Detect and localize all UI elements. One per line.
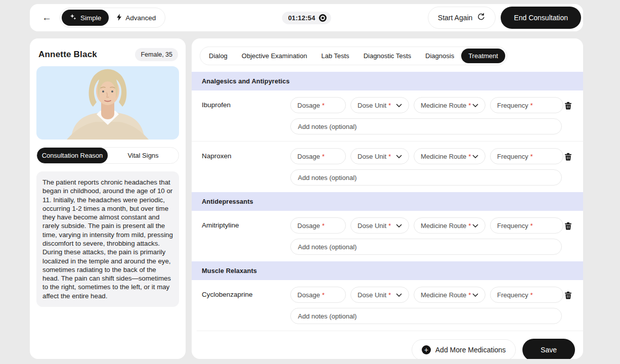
medicine-route-select[interactable]: Medicine Route* — [414, 217, 485, 234]
medication-row: Ibuprofen Dosage* Dose Unit* Medicine Ro… — [192, 90, 583, 142]
back-button[interactable]: ← — [37, 9, 57, 26]
medicine-route-select[interactable]: Medicine Route* — [414, 148, 485, 164]
chevron-down-icon — [396, 224, 402, 228]
mode-toggle: Simple Advanced — [60, 8, 165, 28]
dose-unit-select[interactable]: Dose Unit* — [350, 148, 409, 164]
lightning-bolt-icon — [116, 14, 122, 22]
medicine-route-select[interactable]: Medicine Route* — [414, 97, 485, 113]
medication-name: Naproxen — [202, 148, 290, 160]
frequency-field[interactable]: Frequency* — [490, 148, 563, 164]
patient-demographics-badge: Female, 35 — [135, 48, 178, 61]
dosage-field[interactable]: Dosage* — [290, 148, 346, 164]
tab-consultation-reason[interactable]: Consultation Reason — [37, 148, 108, 163]
patient-panel: Annette Black Female, 35 Consultation Re… — [30, 38, 186, 359]
trash-icon[interactable] — [563, 290, 573, 302]
dose-unit-select[interactable]: Dose Unit* — [350, 217, 409, 234]
medication-name: Amitriptyline — [202, 217, 290, 229]
trash-icon[interactable] — [563, 101, 573, 112]
chevron-down-icon — [472, 224, 478, 228]
tab-objective-examination[interactable]: Objective Examination — [235, 49, 314, 63]
chevron-down-icon — [472, 104, 478, 107]
trash-icon[interactable] — [563, 221, 573, 233]
dose-unit-select[interactable]: Dose Unit* — [350, 287, 409, 303]
notes-field[interactable] — [290, 239, 562, 255]
notes-field[interactable] — [290, 118, 562, 134]
medication-name: Cyclobenzaprine — [202, 287, 290, 298]
simple-mode-label: Simple — [80, 14, 101, 22]
patient-info-toggle: Consultation Reason Vital Signs — [36, 147, 179, 164]
trash-icon[interactable] — [563, 152, 573, 163]
consultation-reason-text: The patient reports chronic headaches th… — [36, 171, 179, 307]
medication-row: Naproxen Dosage* Dose Unit* Medicine Rou… — [192, 142, 583, 192]
notes-field[interactable] — [290, 308, 562, 324]
dose-unit-select[interactable]: Dose Unit* — [350, 97, 409, 113]
section-header: Muscle Relaxants — [192, 261, 583, 280]
plus-circle-icon: + — [422, 345, 431, 354]
chevron-down-icon — [472, 155, 478, 158]
dosage-field[interactable]: Dosage* — [290, 287, 346, 303]
timer-value: 01:12:54 — [288, 14, 316, 22]
start-again-label: Start Again — [438, 14, 473, 22]
advanced-mode-button[interactable]: Advanced — [109, 10, 163, 26]
frequency-field[interactable]: Frequency* — [490, 287, 563, 303]
medication-name: Ibuprofen — [202, 97, 290, 109]
chevron-down-icon — [396, 155, 402, 158]
simple-mode-button[interactable]: Simple — [62, 10, 109, 26]
tab-diagnostic-tests[interactable]: Diagnostic Tests — [357, 49, 418, 63]
required-asterisk: * — [322, 102, 325, 109]
tab-lab-tests[interactable]: Lab Tests — [314, 49, 356, 63]
consultation-tabs: Dialog Objective Examination Lab Tests D… — [200, 47, 507, 65]
frequency-field[interactable]: Frequency* — [490, 97, 563, 113]
add-more-medications-label: Add More Medications — [435, 346, 506, 354]
treatment-panel: Dialog Objective Examination Lab Tests D… — [192, 38, 583, 359]
advanced-mode-label: Advanced — [125, 14, 156, 22]
sparkles-icon — [69, 13, 77, 22]
tab-vital-signs[interactable]: Vital Signs — [108, 148, 179, 163]
end-consultation-button[interactable]: End Consultation — [501, 7, 581, 29]
add-more-medications-button[interactable]: + Add More Medications — [412, 339, 516, 359]
treatment-footer: + Add More Medications Save — [197, 331, 583, 359]
patient-name: Annette Black — [38, 50, 97, 60]
chevron-down-icon — [396, 104, 402, 107]
section-header: Antidepressants — [192, 192, 583, 211]
dosage-field[interactable]: Dosage* — [290, 217, 346, 234]
refresh-icon — [477, 13, 485, 23]
start-again-button[interactable]: Start Again — [428, 7, 496, 29]
save-button[interactable]: Save — [522, 339, 575, 359]
tab-dialog[interactable]: Dialog — [202, 49, 235, 63]
tab-treatment[interactable]: Treatment — [461, 49, 505, 63]
chevron-down-icon — [472, 293, 478, 297]
section-header: Analgesics and Antipyretics — [192, 72, 583, 90]
top-bar: ← Simple Advanced 01:12:54 Start Again — [30, 4, 583, 31]
notes-field[interactable] — [290, 169, 562, 186]
tab-diagnosis[interactable]: Diagnosis — [418, 49, 461, 63]
medication-row: Amitriptyline Dosage* Dose Unit* Medicin… — [192, 211, 583, 261]
frequency-field[interactable]: Frequency* — [490, 217, 563, 234]
dosage-field[interactable]: Dosage* — [290, 97, 346, 113]
chevron-down-icon — [396, 293, 402, 297]
medicine-route-select[interactable]: Medicine Route* — [414, 287, 485, 303]
consultation-timer: 01:12:54 — [282, 12, 331, 24]
medication-row: Cyclobenzaprine Dosage* Dose Unit* Medic… — [192, 280, 583, 331]
patient-photo — [36, 66, 179, 140]
stop-record-icon[interactable] — [319, 14, 326, 22]
